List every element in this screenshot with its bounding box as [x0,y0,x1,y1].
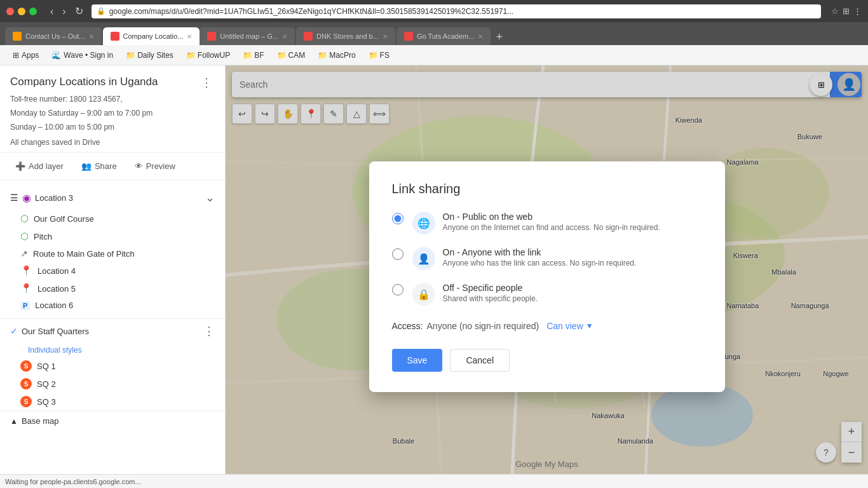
location3-label: Location 3 [35,193,73,203]
option-specific[interactable]: 🔒 Off - Specific people Shared with spec… [392,283,702,306]
location5-label: Location 5 [37,284,76,294]
tab-close-company[interactable]: ✕ [187,33,192,40]
access-permission-dropdown[interactable]: Can view ▼ [546,321,593,331]
sq1-item[interactable]: S SQ 1 [0,357,225,375]
layer-list: ☰ ◉ Location 3 ⌄ ⬡ Our Golf Course ⬡ Pit… [0,180,225,318]
tab-company[interactable]: Company Locatio... ✕ [103,27,200,45]
daily-sites-label: Daily Sites [137,51,173,60]
phone-info: Toll-free number: 1800 123 4567, [10,93,215,105]
map-area[interactable]: Kiwenda Nagalama Bukuwe Kalagi Kiswera M… [226,65,868,488]
bookmark-apps[interactable]: ⊞ Apps [8,50,44,61]
option-specific-desc: Shared with specific people. [443,294,702,303]
option-public-desc: Anyone on the Internet can find and acce… [443,223,702,232]
link-sharing-dialog: Link sharing 🌐 On - Public on the web An… [369,161,725,392]
tab-favicon-contact [13,32,22,41]
tab-close-dnk[interactable]: ✕ [383,33,388,40]
option-link[interactable]: 👤 On - Anyone with the link Anyone who h… [392,247,702,270]
radio-input-link[interactable] [392,248,403,260]
option-public[interactable]: 🌐 On - Public on the web Anyone on the I… [392,212,702,234]
individual-styles-link[interactable]: Individual styles [0,343,225,357]
radio-input-public[interactable] [392,213,403,224]
apps-label: Apps [22,51,39,60]
tabs-bar: Contact Us – Out... ✕ Company Locatio...… [0,22,868,45]
url-bar[interactable]: 🔒 google.com/maps/d/u/0/edit?mid=1UA7hGL… [92,4,821,18]
route-item[interactable]: ↗ Route to Main Gate of Pitch [0,245,225,262]
dialog-actions: Save Cancel [392,349,702,372]
wave-icon: 🌊 [51,51,61,60]
tab-gotuts[interactable]: Go Tuts Academ... ✕ [397,27,491,45]
bookmark-wave[interactable]: 🌊 Wave • Sign in [46,50,118,61]
golf-label: Our Golf Course [34,214,94,224]
staff-section-label: Our Staff Quarters [22,327,89,336]
save-button[interactable]: Save [392,349,443,372]
option-link-desc: Anyone who has the link can access. No s… [443,259,702,268]
location3-header[interactable]: ☰ ◉ Location 3 ⌄ [0,186,225,210]
share-button[interactable]: 👥 Share [76,159,122,173]
sidebar-more-button[interactable]: ⋮ [198,76,215,90]
bookmark-bf[interactable]: 📁 BF [238,50,269,61]
location6-item[interactable]: P Location 6 [0,297,225,313]
location3-chevron-icon[interactable]: ⌄ [205,191,215,205]
bookmark-macpro[interactable]: 📁 MacPro [313,50,360,61]
preview-button[interactable]: 👁 Preview [130,159,180,173]
pitch-icon: ⬡ [20,231,29,242]
back-button[interactable]: ‹ [47,4,57,18]
option-public-text: On - Public on the web Anyone on the Int… [443,212,702,232]
lock-icon: 🔒 [412,283,435,306]
nav-buttons: ‹ › ↻ [47,4,86,18]
tab-close-contact[interactable]: ✕ [89,33,94,40]
people-icon: 👤 [412,247,435,270]
tab-favicon-gotuts [404,32,413,41]
golf-course-item[interactable]: ⬡ Our Golf Course [0,210,225,227]
sq3-item[interactable]: S SQ 3 [0,393,225,410]
folder-icon-macpro: 📁 [318,51,327,60]
location5-item[interactable]: 📍 Location 5 [0,280,225,297]
base-map-header[interactable]: ▲ Base map [0,410,225,431]
staff-section-header[interactable]: ✓ Our Staff Quarters ⋮ [0,319,225,343]
new-tab-button[interactable]: + [492,30,506,44]
location6-pin-icon: P [20,301,30,310]
close-button[interactable] [6,8,14,15]
option-public-title: On - Public on the web [443,212,702,222]
route-label: Route to Main Gate of Pitch [33,249,135,259]
radio-input-specific[interactable] [392,284,403,295]
saved-note: All changes saved in Drive [10,138,215,147]
maximize-button[interactable] [29,8,37,15]
tab-favicon-dnk [304,32,313,41]
bookmark-star-icon[interactable]: ☆ [831,6,839,16]
radio-link[interactable] [392,248,403,262]
pitch-item[interactable]: ⬡ Pitch [0,227,225,245]
tab-untitled[interactable]: Untitled map – G... ✕ [200,27,295,45]
add-layer-button[interactable]: ➕ Add layer [10,159,69,173]
radio-public[interactable] [392,213,403,227]
tab-contact[interactable]: Contact Us – Out... ✕ [5,27,102,45]
bookmark-cam[interactable]: 📁 CAM [272,50,311,61]
tab-close-gotuts[interactable]: ✕ [478,33,483,40]
bookmark-daily-sites[interactable]: 📁 Daily Sites [121,50,179,61]
tab-label-company: Company Locatio... [123,32,184,40]
fs-label: FS [380,51,390,60]
pitch-label: Pitch [34,232,52,241]
bookmark-fs[interactable]: 📁 FS [363,50,395,61]
minimize-button[interactable] [18,8,25,15]
cancel-button[interactable]: Cancel [450,349,510,372]
extensions-icon[interactable]: ⊞ [843,6,850,16]
sq2-icon: S [20,378,32,390]
staff-more-button[interactable]: ⋮ [203,324,215,338]
menu-icon[interactable]: ⋮ [853,6,862,16]
bf-label: BF [254,51,264,60]
sq1-icon: S [20,360,32,372]
tab-dnk[interactable]: DNK Stores and b... ✕ [296,27,395,45]
folder-icon-bf: 📁 [243,51,252,60]
tab-close-untitled[interactable]: ✕ [282,33,287,40]
sq2-item[interactable]: S SQ 2 [0,375,225,393]
macpro-label: MacPro [329,51,355,60]
wave-label: Wave • Sign in [64,51,113,60]
chevron-down-icon: ▼ [586,322,593,330]
location4-item[interactable]: 📍 Location 4 [0,262,225,280]
radio-specific[interactable] [392,284,403,298]
reload-button[interactable]: ↻ [72,4,86,18]
forward-button[interactable]: › [59,4,69,18]
bookmark-followup[interactable]: 📁 FollowUP [181,50,235,61]
option-link-title: On - Anyone with the link [443,247,702,257]
